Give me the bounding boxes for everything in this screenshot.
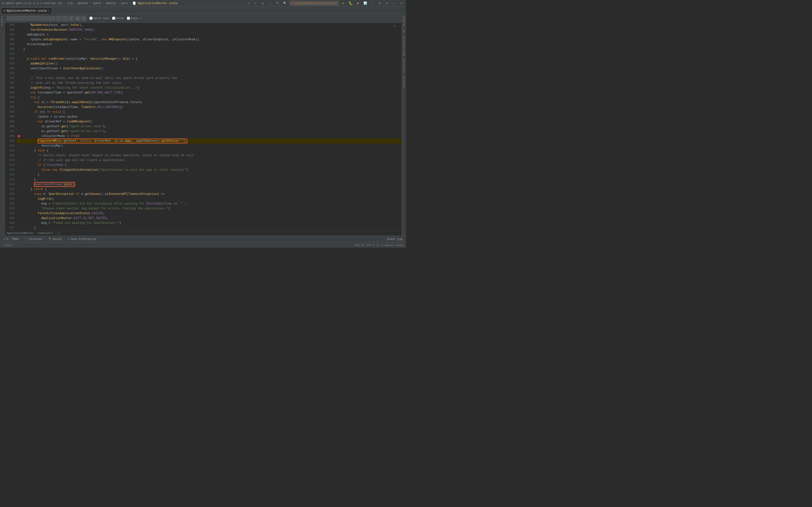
fold-icon-419[interactable]: ▾: [18, 188, 19, 191]
fold-icon-390[interactable]: ▾: [18, 48, 19, 51]
breadcrumb-file[interactable]: 📄 ApplicationMaster.scala: [133, 1, 178, 5]
code-line-426: 426 msg = "Timed out waiting for SparkCo…: [5, 221, 402, 225]
stop-btn[interactable]: ⬛: [370, 1, 375, 6]
navigate-forward-btn[interactable]: ▷: [253, 1, 259, 6]
reload-btn[interactable]: ↻: [260, 1, 266, 6]
breadcrumb-apache[interactable]: apache: [77, 2, 88, 5]
build-tab[interactable]: 🔨 Build: [47, 237, 63, 241]
code-line-399: 399 val totalWaitTime = sparkConf.get(AM…: [5, 90, 402, 95]
breadcrumb-deploy[interactable]: deploy: [106, 2, 116, 5]
todo-label: 6: TODO: [6, 237, 18, 241]
code-line-394: 394 userClassThread = startUserApplicati…: [5, 66, 402, 71]
regex-option[interactable]: Regex: [127, 17, 139, 20]
code-line-405: 405 val driverRef = runAMEndpoint(: [5, 119, 402, 124]
code-line-401: 401 val sc = ThreadUtils.awaitResult(spa…: [5, 100, 402, 105]
breadcrumb-org[interactable]: org: [67, 2, 73, 5]
breakpoint-408[interactable]: [18, 135, 20, 137]
todo-tab[interactable]: ✎ 6: TODO: [2, 237, 20, 241]
terminal-icon: ⬛: [24, 237, 28, 241]
structure-panel-icon[interactable]: Z-Structure: [402, 57, 406, 74]
regex-help-icon[interactable]: ?: [141, 17, 142, 20]
code-line-423: 423 "Please check earlier log output for…: [5, 206, 402, 211]
filter-results-btn[interactable]: ≡: [69, 16, 74, 21]
prev-result-btn[interactable]: ↑: [56, 16, 61, 21]
run-btn[interactable]: ▶: [341, 1, 346, 6]
run-config-selector[interactable]: ▶ SparkKafkaReceiverDStream ▼: [290, 1, 339, 6]
match-case-checkbox[interactable]: [89, 17, 93, 20]
indent-indicator[interactable]: 4 spaces: [382, 244, 394, 247]
code-line-406: 406 sc.getConf.get("spark.driver.host"),: [5, 124, 402, 129]
code-line-402: 402 Duration(totalWaitTime, TimeUnit.MIL…: [5, 105, 402, 110]
fold-icon-392[interactable]: ▾: [18, 57, 19, 60]
main-area: Project ↑ ↓ ≡ ⊕ ✕ Match Case Words Regex: [0, 14, 406, 236]
line-separator-indicator[interactable]: LF: [376, 244, 379, 247]
ant-panel-icon[interactable]: Ant: [402, 28, 406, 34]
event-log-btn[interactable]: Event Log: [386, 237, 404, 241]
breadcrumb-spark[interactable]: spark: [93, 2, 101, 5]
title-icon: ⚙: [2, 1, 4, 5]
java-enterprise-tab[interactable]: ☕ Java Enterprise: [66, 237, 98, 241]
fold-icon-400[interactable]: ▾: [18, 96, 19, 99]
code-line-386: 386 YarnSchedulerBackend.ENDPOINT_NAME): [5, 27, 402, 32]
breadcrumb-class[interactable]: ApplicationMaster: [7, 232, 34, 235]
status-bar: ⎇ main 409:18 UTF-8 LF 4 spaces Scala: [0, 242, 406, 248]
code-line-417: 417 }: [5, 177, 402, 182]
code-line-418: 418 userClassThread.join(): [5, 182, 402, 187]
hammer-btn[interactable]: 🔨: [275, 1, 280, 6]
breadcrumb-method[interactable]: runDriver(...): [38, 232, 60, 235]
filetype-indicator[interactable]: Scala: [396, 244, 404, 247]
code-line-392: 392 ▾ private def runDriver(securityMgr:…: [5, 56, 402, 61]
indent-label: 4 spaces: [382, 244, 394, 247]
favorites-panel-icon[interactable]: Favorites: [402, 75, 406, 89]
code-line-420: 420 case e: SparkException if e.getCause…: [5, 192, 402, 196]
words-checkbox[interactable]: [112, 17, 115, 20]
code-line-427: 427 }: [5, 225, 402, 230]
terminal-tab[interactable]: ⬛ Terminal: [23, 237, 44, 241]
words-option[interactable]: Words: [112, 17, 124, 20]
tab-applicationmaster[interactable]: S ApplicationMaster.scala ✕: [1, 7, 52, 14]
profile-btn[interactable]: 📊: [362, 1, 368, 6]
event-log-label: Event Log: [387, 237, 403, 241]
close-search-btn[interactable]: ✕: [81, 16, 87, 21]
project-panel-icon[interactable]: Project: [0, 15, 4, 27]
breadcrumb-yarn[interactable]: yarn: [121, 2, 128, 5]
navigate-back-btn[interactable]: ◁: [246, 1, 251, 6]
code-line-403: 403 ▾ if (sc != null) {: [5, 110, 402, 114]
settings-btn[interactable]: ⚙: [384, 1, 390, 6]
java-enterprise-label: Java Enterprise: [70, 237, 96, 241]
title-bar-right: ◁ ▷ ↻ ⬛ 🔨 🔍 ▶ SparkKafkaReceiverDStream …: [246, 1, 404, 6]
next-result-btn[interactable]: ↓: [62, 16, 68, 21]
code-line-393: 393 addAmIpFilter(): [5, 61, 402, 66]
line-col-indicator[interactable]: 409:18: [355, 244, 364, 247]
code-line-412: 412 // Sanity check; should never happen…: [5, 153, 402, 158]
coverage-btn[interactable]: ◉: [355, 1, 361, 6]
run-config-dropdown-icon: ▼: [335, 2, 337, 5]
fold-icon-403[interactable]: ▾: [18, 111, 19, 113]
filter-icon-btn[interactable]: ⊕: [75, 16, 80, 21]
debug-btn[interactable]: 🐛: [348, 1, 353, 6]
search-input[interactable]: [7, 16, 55, 21]
layout-btn[interactable]: ⊞: [377, 1, 382, 6]
match-case-option[interactable]: Match Case: [89, 17, 109, 20]
filter-btn[interactable]: 🔍: [282, 1, 288, 6]
minimize-btn[interactable]: ─: [392, 1, 397, 6]
tab-close-btn[interactable]: ✕: [48, 9, 50, 12]
regex-checkbox[interactable]: [127, 17, 130, 20]
git-branch-indicator[interactable]: ⎇ main: [2, 243, 12, 247]
database-panel-icon[interactable]: Database: [402, 15, 406, 27]
breadcrumb-jar[interactable]: spark-yarn_2.11-2.1.1-sources.jar: [5, 2, 63, 5]
code-line-422: 422 msg = s"SparkContext did not initial…: [5, 201, 402, 206]
code-editor[interactable]: 385 RpcAddress(host, port.toInt), 386 Ya…: [5, 23, 402, 230]
code-line-391: 391: [5, 52, 402, 56]
fold-icon-411[interactable]: ▾: [18, 149, 19, 152]
maximize-btn[interactable]: □: [399, 1, 404, 6]
build-btn[interactable]: ⬛: [268, 1, 273, 6]
code-line-410: 410 securityMgr): [5, 144, 402, 148]
fold-icon-414[interactable]: ▾: [18, 164, 19, 167]
left-gutter: Project: [0, 14, 5, 236]
code-line-407: 407 sc.getConf.get("spark.driver.port"),: [5, 129, 402, 134]
code-line-397: 397 // been set by the Thread executing …: [5, 80, 402, 86]
encoding-indicator[interactable]: UTF-8: [366, 244, 374, 247]
bean-validation-panel-icon[interactable]: Bean Validation: [402, 35, 406, 56]
build-label: Build: [53, 237, 62, 241]
